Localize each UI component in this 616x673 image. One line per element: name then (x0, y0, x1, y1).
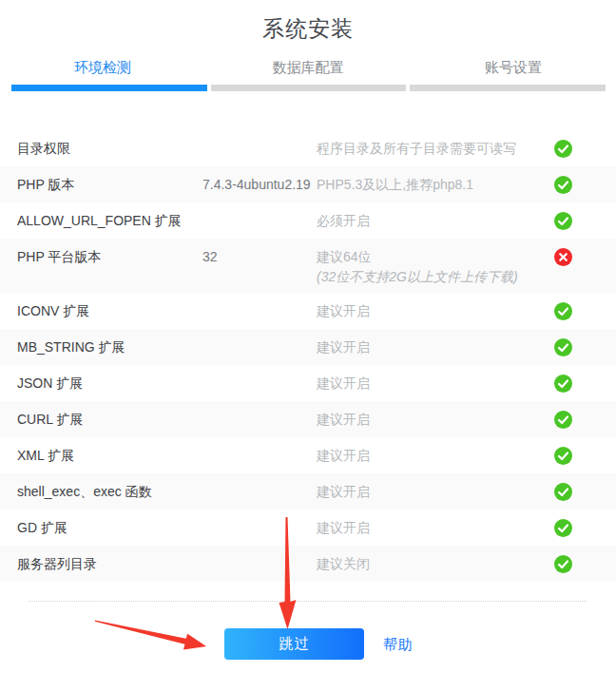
check-hint-text: 建议开启 (317, 519, 554, 537)
check-row: ALLOW_URL_FOPEN 扩展必须开启 (0, 202, 616, 239)
check-hint: 建议开启 (317, 302, 554, 320)
check-hint-text: 建议关闭 (317, 555, 554, 573)
check-row: JSON 扩展建议开启 (0, 365, 616, 401)
check-hint-text: 建议开启 (317, 483, 554, 501)
check-status-cell (554, 302, 616, 320)
tab-environment-check[interactable]: 环境检测 (0, 58, 205, 76)
check-label: ALLOW_URL_FOPEN 扩展 (17, 212, 202, 230)
check-status-cell (554, 447, 616, 465)
pass-icon (554, 555, 572, 573)
check-hint-text: PHP5.3及以上,推荐php8.1 (317, 176, 554, 194)
check-table: 目录权限程序目录及所有子目录需要可读写PHP 版本7.4.3-4ubuntu2.… (0, 130, 616, 582)
pass-icon (554, 212, 572, 230)
footer: 跳过 帮助 (0, 602, 616, 673)
check-status-cell (554, 411, 616, 429)
check-hint-text: 建议64位 (317, 248, 554, 266)
check-label: MB_STRING 扩展 (17, 338, 202, 356)
check-label: 服务器列目录 (17, 555, 202, 573)
help-link[interactable]: 帮助 (383, 636, 414, 654)
check-status-cell (554, 338, 616, 356)
check-label: CURL 扩展 (17, 411, 202, 429)
check-value: 32 (202, 248, 317, 266)
check-row: 服务器列目录建议关闭 (0, 546, 616, 582)
check-status-cell (554, 483, 616, 501)
check-hint-text: 建议开启 (317, 338, 554, 356)
check-status-cell (554, 555, 616, 573)
page-title: 系统安装 (0, 14, 616, 44)
check-status-cell (554, 375, 616, 393)
check-status-cell (554, 519, 616, 537)
check-label: PHP 平台版本 (17, 248, 202, 266)
pass-icon (554, 176, 572, 194)
check-hint: 建议开启 (317, 411, 554, 429)
check-hint-text: 必须开启 (317, 212, 554, 230)
check-row: MB_STRING 扩展建议开启 (0, 329, 616, 365)
check-hint-text: 程序目录及所有子目录需要可读写 (317, 140, 554, 158)
install-wizard-page: 系统安装 环境检测 数据库配置 账号设置 目录权限程序目录及所有子目录需要可读写… (0, 14, 616, 673)
progress-segment-todo (211, 85, 407, 91)
check-status-cell (554, 140, 616, 158)
check-hint: 建议开启 (317, 519, 554, 537)
skip-button[interactable]: 跳过 (224, 628, 364, 660)
progress-segment-done (11, 85, 207, 91)
check-hint: 建议开启 (317, 447, 554, 465)
check-row: shell_exec、exec 函数建议开启 (0, 473, 616, 510)
check-row: CURL 扩展建议开启 (0, 401, 616, 437)
check-row: PHP 版本7.4.3-4ubuntu2.19PHP5.3及以上,推荐php8.… (0, 166, 616, 202)
step-progress-bar (11, 85, 606, 91)
fail-icon (554, 248, 572, 266)
pass-icon (554, 338, 572, 356)
check-row: ICONV 扩展建议开启 (0, 293, 616, 329)
wizard-tabs: 环境检测 数据库配置 账号设置 (0, 58, 616, 76)
check-hint: 必须开启 (317, 212, 554, 230)
check-label: JSON 扩展 (17, 375, 202, 393)
check-row: XML 扩展建议开启 (0, 437, 616, 473)
check-row: GD 扩展建议开启 (0, 510, 616, 546)
check-label: PHP 版本 (17, 176, 202, 194)
check-status-cell (554, 176, 616, 194)
pass-icon (554, 411, 572, 429)
check-hint-text: 建议开启 (317, 411, 554, 429)
pass-icon (554, 447, 572, 465)
tab-account-settings[interactable]: 账号设置 (411, 58, 616, 76)
check-label: shell_exec、exec 函数 (17, 483, 202, 501)
check-hint: 建议开启 (317, 375, 554, 393)
pass-icon (554, 519, 572, 537)
check-status-cell (554, 248, 616, 266)
check-row: 目录权限程序目录及所有子目录需要可读写 (0, 130, 616, 166)
check-hint: 建议开启 (317, 338, 554, 356)
check-hint: PHP5.3及以上,推荐php8.1 (317, 176, 554, 194)
check-row: PHP 平台版本32建议64位(32位不支持2G以上文件上传下载) (0, 239, 616, 293)
pass-icon (554, 302, 572, 320)
check-hint: 建议关闭 (317, 555, 554, 573)
check-hint: 建议开启 (317, 483, 554, 501)
pass-icon (554, 375, 572, 393)
check-status-cell (554, 212, 616, 230)
check-hint-text: 建议开启 (317, 375, 554, 393)
check-hint: 程序目录及所有子目录需要可读写 (317, 140, 554, 158)
check-label: GD 扩展 (17, 519, 202, 537)
check-hint-text: 建议开启 (317, 302, 554, 320)
check-label: ICONV 扩展 (17, 302, 202, 320)
check-label: 目录权限 (17, 140, 202, 158)
tab-database-config[interactable]: 数据库配置 (205, 58, 411, 76)
check-hint-note: (32位不支持2G以上文件上传下载) (317, 266, 554, 287)
check-value: 7.4.3-4ubuntu2.19 (202, 176, 317, 194)
progress-segment-todo (410, 85, 606, 91)
check-hint: 建议64位(32位不支持2G以上文件上传下载) (317, 248, 554, 287)
pass-icon (554, 483, 572, 501)
check-label: XML 扩展 (17, 447, 202, 465)
check-hint-text: 建议开启 (317, 447, 554, 465)
pass-icon (554, 140, 572, 158)
